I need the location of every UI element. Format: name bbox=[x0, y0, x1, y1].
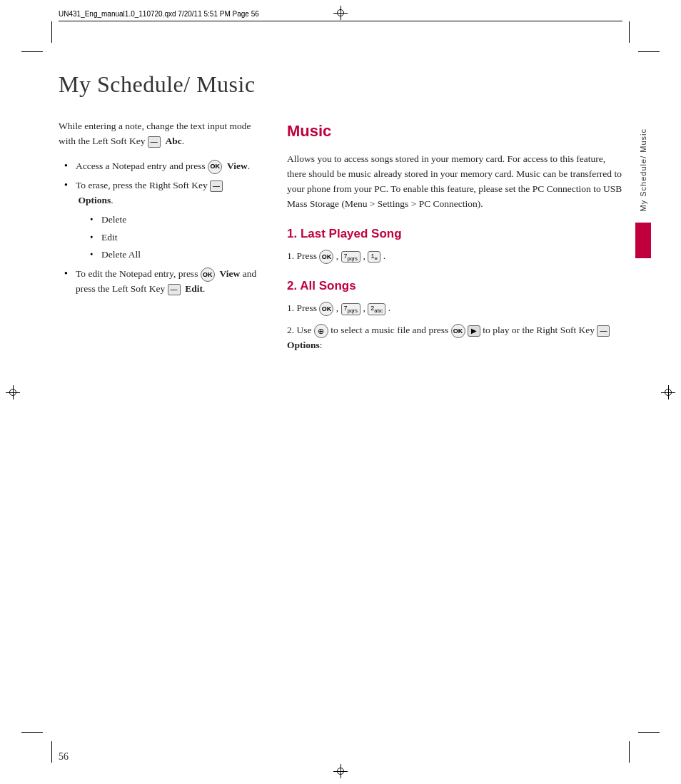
sidebar-container: My Schedule/ Music bbox=[635, 128, 651, 727]
left-soft-key: — bbox=[148, 136, 161, 148]
key-7pqrs: 7pqrs bbox=[341, 251, 361, 263]
ok-key-s2: OK bbox=[319, 302, 333, 316]
music-section-title: Music bbox=[287, 119, 622, 143]
ok-key-2: OK bbox=[201, 268, 215, 282]
bullet-1: Access a Notepad entry and press OK View… bbox=[64, 159, 258, 174]
ok-key-1: OK bbox=[208, 160, 222, 174]
key-7pqrs-2: 7pqrs bbox=[341, 303, 361, 315]
crop-mark-tl-v bbox=[51, 21, 52, 43]
crop-mark-tl-h bbox=[21, 51, 43, 52]
all-songs-title: 2. All Songs bbox=[287, 277, 622, 295]
crop-mark-br-v bbox=[629, 741, 630, 763]
header-bar: UN431_Eng_manual1.0_110720.qxd 7/20/11 5… bbox=[59, 10, 622, 21]
key-1: 1≡ bbox=[368, 251, 380, 263]
reg-mark-left bbox=[6, 385, 20, 399]
main-content: My Schedule/ Music While entering a note… bbox=[59, 71, 622, 727]
bullet-2: To erase, press the Right Soft Key — Opt… bbox=[64, 178, 258, 263]
crop-mark-br-h bbox=[638, 732, 660, 733]
section2-step2: 2. Use ⊕ to select a music file and pres… bbox=[287, 323, 622, 353]
edit-label: Edit bbox=[185, 283, 203, 294]
columns-layout: While entering a note, change the text i… bbox=[59, 119, 622, 360]
section2-step1: 1. Press OK , 7pqrs , 2abc . bbox=[287, 301, 622, 316]
sub-bullet-delete: Delete bbox=[90, 213, 258, 228]
reg-mark-bottom bbox=[333, 764, 348, 778]
sub-bullet-list: Delete Edit Delete All bbox=[90, 213, 258, 263]
nav-key: ⊕ bbox=[314, 324, 328, 338]
crop-mark-tr-v bbox=[629, 21, 630, 43]
sub-bullet-delete-all: Delete All bbox=[90, 248, 258, 263]
last-played-song-title: 1. Last Played Song bbox=[287, 225, 622, 243]
bullet-list: Access a Notepad entry and press OK View… bbox=[64, 159, 258, 297]
right-soft-key-2: — bbox=[597, 325, 610, 337]
crop-mark-bl-v bbox=[51, 741, 52, 763]
section1-step1: 1. Press OK , 7pqrs , 1≡ . bbox=[287, 249, 622, 264]
crop-mark-tr-h bbox=[638, 51, 660, 52]
music-body: Allows you to access songs stored in you… bbox=[287, 152, 622, 212]
bullet-3: To edit the Notepad entry, press OK View… bbox=[64, 267, 258, 297]
sidebar-red-bar bbox=[635, 223, 651, 258]
abc-label: Abc bbox=[166, 136, 182, 146]
left-intro: While entering a note, change the text i… bbox=[59, 119, 258, 149]
options-label-2: Options bbox=[287, 340, 320, 350]
sidebar-label: My Schedule/ Music bbox=[639, 128, 647, 211]
left-column: While entering a note, change the text i… bbox=[59, 119, 258, 360]
view-label-1: View bbox=[227, 161, 248, 171]
left-soft-key-2: — bbox=[168, 284, 181, 295]
header-text: UN431_Eng_manual1.0_110720.qxd 7/20/11 5… bbox=[59, 10, 259, 18]
play-key: ▶ bbox=[468, 325, 480, 337]
ok-key-s3: OK bbox=[451, 324, 465, 338]
view-label-2: View bbox=[220, 268, 241, 279]
crop-mark-bl-h bbox=[21, 732, 43, 733]
right-soft-key-1: — bbox=[210, 180, 223, 192]
page-number: 56 bbox=[59, 751, 69, 763]
options-label-1: Options bbox=[78, 195, 111, 205]
reg-mark-right bbox=[661, 385, 675, 399]
page-title: My Schedule/ Music bbox=[59, 71, 622, 98]
ok-key-s1: OK bbox=[319, 250, 333, 264]
sub-bullet-edit: Edit bbox=[90, 230, 258, 245]
right-column: Music Allows you to access songs stored … bbox=[287, 119, 622, 360]
key-2abc: 2abc bbox=[368, 303, 385, 315]
